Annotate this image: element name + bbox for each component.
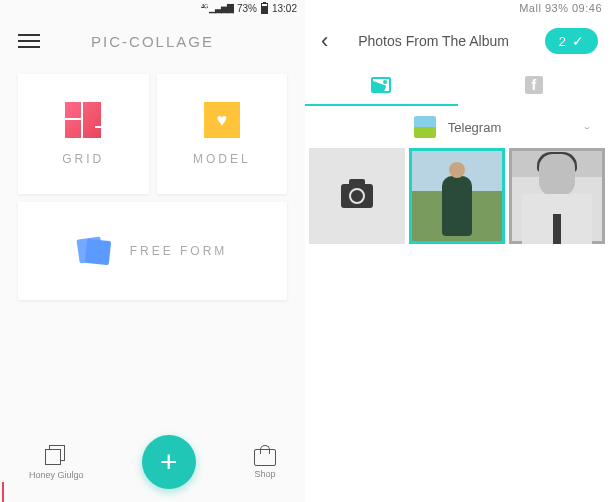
app-title: PIC-COLLAGE <box>40 33 265 50</box>
stack-icon <box>45 445 67 467</box>
nav-shop[interactable]: Shop <box>254 445 276 479</box>
album-selector[interactable]: Telegram ⌄ <box>305 106 610 148</box>
source-tabs: f <box>305 66 610 106</box>
cards-icon <box>78 236 112 266</box>
battery-icon <box>261 3 268 14</box>
album-name: Telegram <box>448 120 501 135</box>
lte-icon: ⁴ᴳ <box>201 3 207 13</box>
clock: 13:02 <box>272 3 297 14</box>
accent-marker <box>2 482 4 502</box>
plus-icon: + <box>160 445 178 479</box>
camera-icon <box>341 184 373 208</box>
photo-1[interactable] <box>409 148 505 244</box>
album-thumb <box>414 116 436 138</box>
camera-cell[interactable] <box>309 148 405 244</box>
status-bar-left: ⁴ᴳ ▁▃▅▇ 73% 13:02 <box>0 0 305 16</box>
photo-picker-screen: Mall 93% 09:46 ‹ Photos From The Album 2… <box>305 0 610 502</box>
menu-icon[interactable] <box>18 34 40 48</box>
app-header: PIC-COLLAGE <box>0 16 305 66</box>
selection-count: 2 <box>559 34 566 49</box>
model-label: MODEL <box>193 152 251 166</box>
status-bar-right: Mall 93% 09:46 <box>305 0 610 16</box>
battery-percent: 73% <box>237 3 257 14</box>
status-right-text: Mall 93% 09:46 <box>519 2 602 14</box>
nav-honey[interactable]: Honey Giulgo <box>29 445 84 480</box>
shop-icon <box>254 449 276 466</box>
create-fab[interactable]: + <box>142 435 196 489</box>
freeform-label: FREE FORM <box>130 244 228 258</box>
nav-shop-label: Shop <box>254 469 275 479</box>
signal-icon: ▁▃▅▇ <box>209 3 233 13</box>
bottom-nav: Honey Giulgo + Shop <box>0 422 305 502</box>
picker-title: Photos From The Album <box>330 33 536 49</box>
grid-tile[interactable]: GRID <box>18 74 149 194</box>
freeform-tile[interactable]: FREE FORM <box>18 202 287 300</box>
grid-icon <box>65 102 101 138</box>
check-icon: ✓ <box>572 33 584 49</box>
model-tile[interactable]: ♥ MODEL <box>157 74 288 194</box>
gallery-icon <box>371 77 391 93</box>
photo-grid <box>305 148 610 244</box>
picker-header: ‹ Photos From The Album 2 ✓ <box>305 16 610 66</box>
done-button[interactable]: 2 ✓ <box>545 28 598 54</box>
heart-icon: ♥ <box>204 102 240 138</box>
photo-2[interactable] <box>509 148 605 244</box>
tab-facebook[interactable]: f <box>458 66 611 106</box>
home-screen: ⁴ᴳ ▁▃▅▇ 73% 13:02 PIC-COLLAGE GRID ♥ MOD… <box>0 0 305 502</box>
facebook-icon: f <box>525 76 543 94</box>
grid-label: GRID <box>62 152 104 166</box>
chevron-down-icon: ⌄ <box>582 123 592 131</box>
nav-honey-label: Honey Giulgo <box>29 470 84 480</box>
network-icons: ⁴ᴳ ▁▃▅▇ <box>201 3 233 13</box>
tab-gallery[interactable] <box>305 66 458 106</box>
